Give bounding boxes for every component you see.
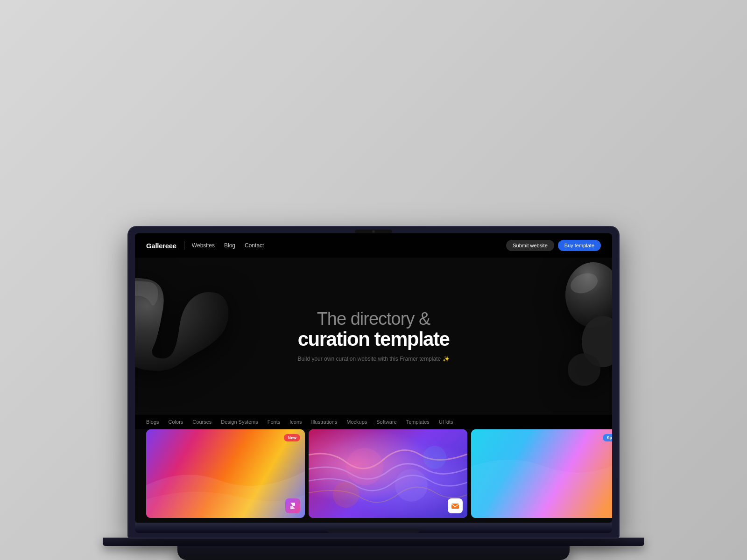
category-ui-kits[interactable]: UI kits: [439, 419, 453, 425]
laptop-stand: [177, 546, 570, 560]
hero-subtitle: Build your own curation website with thi…: [297, 356, 449, 362]
card-3-bg: [471, 429, 612, 518]
nav-link-websites[interactable]: Websites: [192, 242, 215, 249]
category-colors[interactable]: Colors: [169, 419, 183, 425]
category-icons[interactable]: Icons: [289, 419, 302, 425]
category-templates[interactable]: Templates: [406, 419, 430, 425]
badge-new: New: [284, 434, 300, 441]
svg-point-5: [395, 469, 428, 502]
card-1-bg: [146, 429, 305, 518]
card-1-icon: [285, 498, 300, 513]
nav-divider: [184, 241, 184, 250]
nav-link-blog[interactable]: Blog: [224, 242, 235, 249]
hero-text: The directory & curation template Build …: [297, 309, 449, 363]
category-courses[interactable]: Courses: [192, 419, 211, 425]
laptop-screen: Gallereee Websites Blog Contact Submit w…: [135, 233, 612, 523]
nav-link-contact[interactable]: Contact: [245, 242, 264, 249]
laptop-notch: [355, 230, 392, 233]
category-design-systems[interactable]: Design Systems: [221, 419, 258, 425]
laptop-bottom-bezel: [135, 523, 612, 533]
svg-point-2: [568, 353, 600, 386]
nav-actions: Submit website Buy template: [506, 240, 601, 251]
category-fonts[interactable]: Fonts: [268, 419, 281, 425]
nav-links: Websites Blog Contact: [192, 242, 264, 249]
scene: Gallereee Websites Blog Contact Submit w…: [0, 0, 747, 560]
card-3[interactable]: Sp: [471, 429, 612, 518]
card-1[interactable]: New: [146, 429, 305, 518]
submit-website-button[interactable]: Submit website: [506, 240, 554, 251]
card-2-icon: [448, 498, 463, 513]
svg-point-7: [423, 446, 446, 469]
hero-section: The directory & curation template Build …: [135, 258, 612, 414]
laptop-base: [103, 538, 644, 546]
svg-rect-8: [451, 504, 459, 509]
category-software[interactable]: Software: [376, 419, 396, 425]
laptop-mockup: Gallereee Websites Blog Contact Submit w…: [93, 227, 654, 560]
card-2[interactable]: [309, 429, 467, 518]
svg-point-6: [333, 482, 359, 508]
site-logo: Gallereee: [146, 242, 176, 250]
navbar: Gallereee Websites Blog Contact Submit w…: [135, 233, 612, 258]
buy-template-button[interactable]: Buy template: [558, 240, 601, 251]
category-blogs[interactable]: Blogs: [146, 419, 159, 425]
category-mockups[interactable]: Mockups: [346, 419, 367, 425]
blob-left: [135, 272, 238, 374]
blob-right: [528, 258, 612, 388]
badge-sp: Sp: [603, 434, 612, 441]
cards-row: New: [135, 429, 612, 523]
hero-title-bold: curation template: [297, 329, 449, 350]
svg-point-4: [346, 448, 383, 485]
card-2-bg: [309, 429, 467, 518]
category-illustrations[interactable]: Illustrations: [311, 419, 338, 425]
laptop-screen-outer: Gallereee Websites Blog Contact Submit w…: [128, 227, 619, 538]
category-nav: Blogs Colors Courses Design Systems Font…: [135, 414, 612, 429]
hero-title-thin: The directory &: [297, 309, 449, 329]
website: Gallereee Websites Blog Contact Submit w…: [135, 233, 612, 523]
